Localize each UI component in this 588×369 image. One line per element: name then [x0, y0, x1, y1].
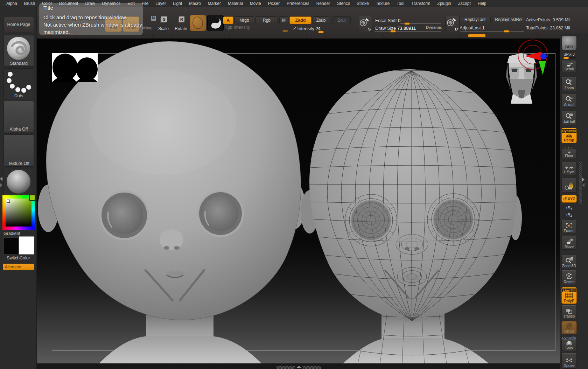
rgb-intensity-handle[interactable]: [282, 30, 288, 32]
zoom3d-button[interactable]: Zoom3D: [561, 255, 577, 269]
zoom-button[interactable]: Zoom: [561, 77, 577, 91]
replay-last-rel-button[interactable]: ReplayLastRel: [492, 16, 525, 23]
lsym-button[interactable]: L.Sym: [561, 162, 577, 175]
zadd-label: Zadd: [295, 18, 306, 23]
move-shelf-label: Move: [565, 244, 574, 249]
zcut-button[interactable]: Zcut: [332, 16, 351, 24]
stroke-s-letter: S: [368, 27, 371, 31]
menu-texture[interactable]: Texture: [372, 1, 393, 6]
draw-size-slider[interactable]: [374, 31, 441, 32]
menu-macro[interactable]: Macro: [186, 1, 204, 6]
menu-alpha[interactable]: Alpha: [3, 1, 21, 6]
rgb-button[interactable]: Rgb: [255, 16, 278, 24]
current-alpha-slot[interactable]: Alpha Off: [4, 101, 34, 132]
left-tray-toggle[interactable]: [0, 177, 2, 187]
m-button[interactable]: M: [279, 16, 288, 24]
transp-button[interactable]: Transp: [561, 305, 577, 319]
stroke-curve-button[interactable]: S: [358, 16, 372, 32]
menu-zplugin[interactable]: Zplugin: [434, 1, 454, 6]
menu-layer[interactable]: Layer: [152, 1, 169, 6]
camera-lock-button[interactable]: [561, 178, 577, 193]
ghost-button[interactable]: Ghost: [561, 321, 577, 334]
rotate-shelf-button[interactable]: Rotate: [561, 270, 577, 285]
a-toggle-button[interactable]: A: [223, 16, 233, 24]
document-canvas[interactable]: [37, 39, 560, 369]
menu-zscript[interactable]: Zscript: [455, 1, 474, 6]
menu-brush[interactable]: Brush: [21, 1, 38, 6]
rotate-z-button[interactable]: ↺Z: [561, 212, 577, 218]
scroll-button[interactable]: Scroll: [561, 61, 577, 72]
aahalf-button[interactable]: AAHalf: [561, 111, 577, 125]
floor-button[interactable]: Floor: [561, 149, 577, 159]
adjust-last-handle[interactable]: [504, 30, 509, 33]
menu-movie[interactable]: Movie: [246, 1, 265, 6]
gradient-label[interactable]: Gradient: [0, 231, 40, 236]
z-intensity-value: 24: [316, 26, 321, 31]
spix-value: 3: [573, 52, 575, 56]
rotate-button[interactable]: R Rotate: [173, 16, 189, 32]
mrgb-button[interactable]: Mrgb: [234, 16, 254, 24]
dynamic-mode-label[interactable]: Dynamic: [426, 25, 442, 29]
replay-last-button[interactable]: ReplayLast: [459, 16, 491, 23]
color-picker-sv-square[interactable]: [6, 199, 31, 227]
polyf-button[interactable]: Line Fill PolyF: [561, 287, 577, 304]
secondary-color-swatch[interactable]: [19, 236, 34, 255]
memory-gauge-bar: [468, 34, 485, 37]
menu-material[interactable]: Material: [224, 1, 246, 6]
right-shelf: BPR SPix 3 Scroll Zoom x1 Actual AAHalf …: [560, 33, 588, 369]
left-shelf: Home Page Standard Dots Alpha Off: [0, 7, 37, 369]
scale-button[interactable]: S Scale: [156, 16, 171, 32]
menu-preferences[interactable]: Preferences: [283, 1, 313, 6]
floor-axis-y: Y: [568, 146, 571, 149]
tooltip-title: Title: [43, 5, 139, 11]
home-page-button[interactable]: Home Page: [4, 17, 34, 32]
move-shelf-button[interactable]: Move: [561, 236, 577, 250]
right-tray-toggle[interactable]: [582, 177, 584, 187]
current-texture-slot[interactable]: Texture Off: [4, 134, 34, 167]
lsym-label: L.Sym: [564, 170, 574, 174]
document-preview-thumbnail[interactable]: [52, 53, 98, 82]
menu-transform[interactable]: Transform: [408, 1, 434, 6]
main-color-swatch[interactable]: [4, 237, 18, 254]
focal-shift-handle[interactable]: [404, 22, 410, 25]
spix-handle[interactable]: [564, 57, 569, 59]
spix-slider[interactable]: [562, 57, 576, 58]
bottom-tray-toggle[interactable]: [276, 366, 321, 369]
current-brush-slot[interactable]: Standard: [4, 35, 34, 67]
floor-axes-label[interactable]: XYZ: [561, 146, 577, 149]
frame-button[interactable]: Frame: [561, 220, 577, 234]
rotate-y-letter: Y: [570, 207, 572, 210]
color-picker[interactable]: [2, 195, 35, 230]
menu-stencil[interactable]: Stencil: [334, 1, 353, 6]
adjust-last-slider[interactable]: [460, 31, 524, 32]
menu-help[interactable]: Help: [474, 1, 490, 6]
rotate-xyz-button[interactable]: ↺XYZ: [561, 195, 577, 203]
menu-tool[interactable]: Tool: [393, 1, 408, 6]
switch-color-label[interactable]: SwitchColor: [0, 256, 37, 260]
rotate-y-button[interactable]: ↺Y: [561, 205, 577, 211]
replay-dots-button[interactable]: D: [445, 16, 460, 32]
right-tray-scroll-strip[interactable]: [579, 162, 582, 204]
alternate-button[interactable]: Alternate: [3, 264, 34, 270]
z-intensity-handle[interactable]: [318, 31, 324, 33]
current-brush-thumbnail[interactable]: [190, 15, 206, 31]
menu-stroke[interactable]: Stroke: [353, 1, 372, 6]
zsub-button[interactable]: Zsub: [313, 16, 329, 24]
zcut-label: Zcut: [337, 18, 345, 23]
rgb-intensity-slider[interactable]: [224, 31, 288, 31]
xpose-button[interactable]: Xpose: [561, 353, 577, 369]
current-stroke-slot[interactable]: Dots: [4, 68, 34, 99]
zadd-button[interactable]: Zadd: [289, 16, 312, 24]
persp-button[interactable]: Dynamic Persp: [561, 128, 577, 143]
solo-button[interactable]: Solo: [561, 339, 577, 351]
actual-button[interactable]: x1 Actual: [561, 94, 577, 108]
menu-light[interactable]: Light: [169, 1, 186, 6]
draw-size-handle[interactable]: [390, 30, 396, 33]
menu-marker[interactable]: Marker: [204, 1, 224, 6]
home-page-label: Home Page: [7, 22, 30, 27]
menu-picker[interactable]: Picker: [265, 1, 283, 6]
menu-render[interactable]: Render: [313, 1, 334, 6]
bpr-button[interactable]: BPR: [561, 36, 577, 50]
current-material-thumbnail[interactable]: [207, 15, 224, 31]
actual-label: Actual: [564, 103, 574, 107]
